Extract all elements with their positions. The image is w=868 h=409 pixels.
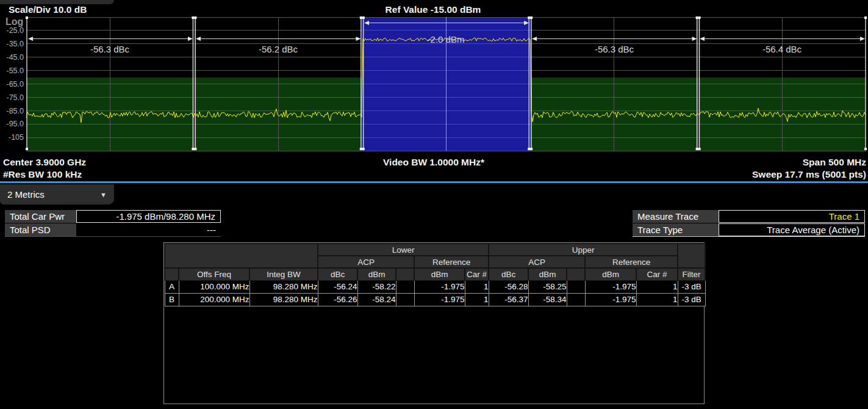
col-header-dbm: dBm [357, 268, 396, 280]
filter-cell: -3 dB [678, 280, 705, 293]
center-freq-label: Center 3.9000 GHz [3, 157, 86, 167]
row-letter: A [165, 280, 179, 293]
arrowhead-right [692, 37, 697, 41]
sweep-label: Sweep 17.7 ms (5001 pts) [752, 169, 866, 179]
y-tick-label: -25.0 [7, 26, 24, 35]
section-separator-line [0, 181, 868, 183]
col-header-ref-dbm: dBm [414, 268, 465, 280]
boundary-cap [696, 148, 698, 150]
boundary-cap [26, 16, 28, 19]
acp-results-panel: Lower Upper ACP Reference ACP Reference … [163, 242, 705, 404]
trace-type-label: Trace Type [633, 223, 719, 236]
boundary-cap [360, 148, 362, 150]
acp-group-header-row: Lower Upper [165, 244, 705, 256]
upper-ref-dbm-cell: -1.975 [585, 280, 636, 293]
spacer-cell [567, 293, 585, 306]
measure-trace-label: Measure Trace [633, 210, 719, 223]
col-header-dbm: dBm [528, 268, 567, 280]
metrics-dropdown-label: 2 Metrics [7, 189, 45, 200]
boundary-cap [362, 16, 365, 19]
offset-label-lower-b: -56.3 dBc [90, 44, 130, 54]
acp-column-header-row: Offs Freq Integ BW dBc dBm dBm Car # dBc… [165, 268, 705, 280]
lower-group-header: Lower [318, 244, 489, 256]
arrowhead-left [28, 37, 33, 41]
col-header-dbc: dBc [489, 268, 528, 280]
boundary-cap [698, 148, 701, 150]
boundary-cap [864, 148, 867, 150]
total-psd-label: Total PSD [5, 223, 76, 236]
col-header [165, 268, 179, 280]
lower-car-cell: 1 [465, 280, 489, 293]
y-tick-label: -45.0 [7, 53, 24, 62]
y-tick-label: -75.0 [7, 93, 24, 102]
trace-summary: Measure Trace Trace 1 Trace Type Trace A… [633, 210, 865, 237]
lower-dbc-cell: -56.26 [318, 293, 357, 306]
boundary-cap [528, 148, 530, 150]
arrowhead-right [860, 37, 865, 41]
upper-acp-header: ACP [489, 256, 585, 268]
offs-freq-cell: 100.000 MHz [179, 280, 249, 293]
offset-label-upper-a: -56.3 dBc [595, 44, 634, 54]
boundary-cap [26, 148, 28, 150]
lower-dbm-cell: -58.22 [357, 280, 396, 293]
boundary-cap [194, 148, 196, 150]
upper-car-cell: 1 [636, 293, 678, 306]
total-car-pwr-label: Total Car Pwr [5, 210, 76, 223]
col-header [396, 268, 414, 280]
boundary-cap [530, 148, 533, 150]
col-header-integ-bw: Integ BW [249, 268, 318, 280]
y-tick-label: -105 [9, 133, 24, 142]
spectrum-display: Scale/Div 10.0 dB Ref Value -15.00 dBm L… [0, 0, 868, 181]
y-tick-label: -95.0 [7, 120, 24, 128]
upper-reference-header: Reference [585, 256, 678, 268]
lower-acp-header: ACP [318, 256, 414, 268]
header-blank [165, 244, 318, 268]
lower-dbm-cell: -58.24 [357, 293, 396, 306]
res-bw-label: #Res BW 100 kHz [3, 169, 82, 179]
upper-car-cell: 1 [636, 280, 678, 293]
lower-reference-header: Reference [414, 256, 489, 268]
acp-row-a: A 100.000 MHz 98.280 MHz -56.24 -58.22 -… [165, 280, 705, 293]
y-tick-label: -85.0 [7, 107, 24, 115]
spacer-cell [396, 280, 414, 293]
spacer-cell [567, 280, 585, 293]
log-axis-label: Log [5, 16, 23, 27]
spacer-cell [396, 293, 414, 306]
chevron-down-icon: ▼ [100, 191, 107, 198]
header-blank [678, 244, 705, 268]
boundary-cap [696, 16, 698, 19]
boundary-cap [528, 16, 530, 19]
trace-type-value[interactable]: Trace Average (Active) [719, 223, 865, 236]
integ-bw-cell: 98.280 MHz [249, 280, 318, 293]
col-header [567, 268, 585, 280]
lower-ref-dbm-cell: -1.975 [414, 280, 465, 293]
boundary-cap [192, 148, 194, 150]
metrics-dropdown[interactable]: 2 Metrics ▼ [0, 184, 114, 204]
y-tick-label: -55.0 [7, 67, 24, 75]
y-tick-label: -35.0 [7, 40, 24, 48]
lower-dbc-cell: -56.24 [318, 280, 357, 293]
arrowhead-left [532, 37, 537, 41]
analyzer-screen: Scale/Div 10.0 dB Ref Value -15.00 dBm L… [0, 0, 868, 409]
carrier-power-label: -2.0 dBm [428, 34, 465, 45]
upper-dbc-cell: -56.28 [489, 280, 528, 293]
total-car-pwr-value: -1.975 dBm/98.280 MHz [76, 210, 221, 223]
measure-trace-value[interactable]: Trace 1 [719, 210, 865, 223]
filter-cell: -3 dB [678, 293, 705, 306]
col-header-car: Car # [465, 268, 489, 280]
scale-div-label: Scale/Div 10.0 dB [9, 4, 87, 15]
video-bw-label: Video BW 1.0000 MHz* [383, 157, 485, 167]
lower-ref-dbm-cell: -1.975 [414, 293, 465, 306]
lower-car-cell: 1 [465, 293, 489, 306]
upper-ref-dbm-cell: -1.975 [585, 293, 636, 306]
upper-group-header: Upper [489, 244, 678, 256]
upper-dbm-cell: -58.25 [528, 280, 567, 293]
col-header-filter: Filter [678, 268, 705, 280]
upper-dbm-cell: -58.34 [528, 293, 567, 306]
boundary-cap [194, 16, 196, 19]
arrowhead-right [356, 37, 361, 41]
col-header-ref-dbm: dBm [585, 268, 636, 280]
col-header-offs-freq: Offs Freq [179, 268, 249, 280]
offset-label-upper-b: -56.4 dBc [762, 44, 802, 54]
boundary-cap [864, 16, 867, 19]
